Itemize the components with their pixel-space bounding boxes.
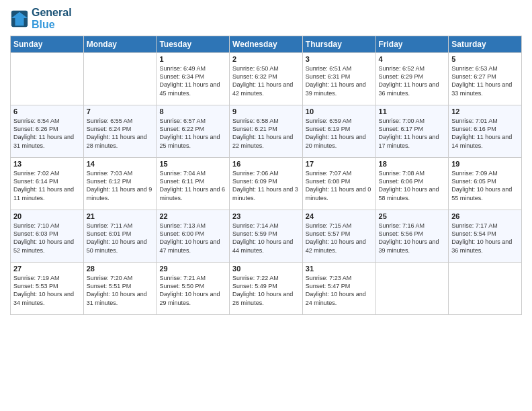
day-info: Sunrise: 6:58 AM Sunset: 6:21 PM Dayligh… (232, 117, 300, 150)
day-info: Sunrise: 7:15 AM Sunset: 5:57 PM Dayligh… (306, 222, 373, 255)
day-number: 4 (379, 55, 446, 63)
day-number: 9 (232, 107, 300, 116)
day-number: 8 (159, 107, 226, 116)
day-number: 3 (306, 55, 373, 63)
logo-text: General Blue (32, 7, 72, 30)
day-number: 12 (451, 107, 519, 116)
day-info: Sunrise: 7:08 AM Sunset: 6:06 PM Dayligh… (379, 169, 446, 202)
day-number: 27 (13, 265, 81, 273)
calendar-week-row: 1Sunrise: 6:49 AM Sunset: 6:34 PM Daylig… (11, 53, 522, 105)
weekday-header-row: SundayMondayTuesdayWednesdayThursdayFrid… (11, 36, 522, 53)
day-number: 22 (159, 212, 226, 220)
day-info: Sunrise: 7:07 AM Sunset: 6:08 PM Dayligh… (306, 169, 373, 202)
day-info: Sunrise: 7:13 AM Sunset: 6:00 PM Dayligh… (159, 222, 226, 255)
calendar-week-row: 13Sunrise: 7:02 AM Sunset: 6:14 PM Dayli… (11, 158, 522, 210)
day-number: 23 (232, 212, 300, 220)
calendar-cell: 15Sunrise: 7:04 AM Sunset: 6:11 PM Dayli… (157, 158, 230, 210)
day-number: 24 (306, 212, 373, 220)
weekday-header-monday: Monday (83, 36, 157, 53)
calendar-cell: 9Sunrise: 6:58 AM Sunset: 6:21 PM Daylig… (230, 105, 303, 158)
calendar-cell: 25Sunrise: 7:16 AM Sunset: 5:56 PM Dayli… (375, 210, 449, 263)
day-info: Sunrise: 7:21 AM Sunset: 5:50 PM Dayligh… (159, 274, 226, 307)
day-info: Sunrise: 7:23 AM Sunset: 5:47 PM Dayligh… (306, 274, 373, 307)
day-number: 5 (451, 55, 519, 63)
day-number: 16 (232, 160, 300, 168)
day-number: 31 (306, 265, 373, 273)
calendar-cell: 14Sunrise: 7:03 AM Sunset: 6:12 PM Dayli… (83, 158, 157, 210)
day-info: Sunrise: 7:06 AM Sunset: 6:09 PM Dayligh… (232, 169, 300, 202)
day-info: Sunrise: 7:01 AM Sunset: 6:16 PM Dayligh… (451, 117, 519, 150)
calendar-cell: 10Sunrise: 6:59 AM Sunset: 6:19 PM Dayli… (302, 105, 375, 158)
day-info: Sunrise: 6:55 AM Sunset: 6:24 PM Dayligh… (87, 117, 154, 150)
day-number: 7 (87, 107, 154, 116)
day-info: Sunrise: 6:57 AM Sunset: 6:22 PM Dayligh… (159, 117, 226, 150)
calendar-cell: 5Sunrise: 6:53 AM Sunset: 6:27 PM Daylig… (449, 53, 522, 105)
calendar-cell: 27Sunrise: 7:19 AM Sunset: 5:53 PM Dayli… (11, 263, 84, 315)
day-number: 10 (306, 107, 373, 116)
day-number: 1 (159, 55, 226, 63)
calendar-cell: 3Sunrise: 6:51 AM Sunset: 6:31 PM Daylig… (302, 53, 375, 105)
day-info: Sunrise: 7:16 AM Sunset: 5:56 PM Dayligh… (379, 222, 446, 255)
calendar-cell: 24Sunrise: 7:15 AM Sunset: 5:57 PM Dayli… (302, 210, 375, 263)
calendar-cell: 30Sunrise: 7:22 AM Sunset: 5:49 PM Dayli… (230, 263, 303, 315)
calendar-cell: 6Sunrise: 6:54 AM Sunset: 6:26 PM Daylig… (11, 105, 84, 158)
weekday-header-friday: Friday (375, 36, 449, 53)
day-number: 14 (87, 160, 154, 168)
day-number: 29 (159, 265, 226, 273)
day-info: Sunrise: 6:51 AM Sunset: 6:31 PM Dayligh… (306, 64, 373, 97)
calendar-cell (11, 53, 84, 105)
calendar-cell: 31Sunrise: 7:23 AM Sunset: 5:47 PM Dayli… (302, 263, 375, 315)
calendar-cell (375, 263, 449, 315)
day-number: 18 (379, 160, 446, 168)
weekday-header-sunday: Sunday (11, 36, 84, 53)
weekday-header-thursday: Thursday (302, 36, 375, 53)
day-info: Sunrise: 7:19 AM Sunset: 5:53 PM Dayligh… (13, 274, 81, 307)
day-number: 2 (232, 55, 300, 63)
day-info: Sunrise: 7:04 AM Sunset: 6:11 PM Dayligh… (159, 169, 226, 202)
day-info: Sunrise: 6:59 AM Sunset: 6:19 PM Dayligh… (306, 117, 373, 150)
calendar-cell: 21Sunrise: 7:11 AM Sunset: 6:01 PM Dayli… (83, 210, 157, 263)
day-info: Sunrise: 6:49 AM Sunset: 6:34 PM Dayligh… (159, 64, 226, 97)
page-container: General Blue SundayMondayTuesdayWednesda… (0, 0, 532, 411)
day-number: 11 (379, 107, 446, 116)
calendar-cell: 11Sunrise: 7:00 AM Sunset: 6:17 PM Dayli… (375, 105, 449, 158)
calendar-cell: 4Sunrise: 6:52 AM Sunset: 6:29 PM Daylig… (375, 53, 449, 105)
calendar-cell: 8Sunrise: 6:57 AM Sunset: 6:22 PM Daylig… (157, 105, 230, 158)
calendar-cell: 17Sunrise: 7:07 AM Sunset: 6:08 PM Dayli… (302, 158, 375, 210)
day-info: Sunrise: 6:52 AM Sunset: 6:29 PM Dayligh… (379, 64, 446, 97)
day-number: 25 (379, 212, 446, 220)
day-info: Sunrise: 7:10 AM Sunset: 6:03 PM Dayligh… (13, 222, 81, 255)
calendar-cell: 18Sunrise: 7:08 AM Sunset: 6:06 PM Dayli… (375, 158, 449, 210)
day-number: 19 (451, 160, 519, 168)
calendar-header: SundayMondayTuesdayWednesdayThursdayFrid… (11, 36, 522, 53)
calendar-cell: 28Sunrise: 7:20 AM Sunset: 5:51 PM Dayli… (83, 263, 157, 315)
weekday-header-tuesday: Tuesday (157, 36, 230, 53)
day-number: 6 (13, 107, 81, 116)
day-number: 28 (87, 265, 154, 273)
day-number: 26 (451, 212, 519, 220)
calendar-cell: 29Sunrise: 7:21 AM Sunset: 5:50 PM Dayli… (157, 263, 230, 315)
day-info: Sunrise: 6:53 AM Sunset: 6:27 PM Dayligh… (451, 64, 519, 97)
calendar-cell: 20Sunrise: 7:10 AM Sunset: 6:03 PM Dayli… (11, 210, 84, 263)
calendar-week-row: 27Sunrise: 7:19 AM Sunset: 5:53 PM Dayli… (11, 263, 522, 315)
day-info: Sunrise: 7:20 AM Sunset: 5:51 PM Dayligh… (87, 274, 154, 307)
day-info: Sunrise: 7:09 AM Sunset: 6:05 PM Dayligh… (451, 169, 519, 202)
calendar-cell: 16Sunrise: 7:06 AM Sunset: 6:09 PM Dayli… (230, 158, 303, 210)
calendar-cell (83, 53, 157, 105)
day-info: Sunrise: 7:14 AM Sunset: 5:59 PM Dayligh… (232, 222, 300, 255)
day-info: Sunrise: 6:54 AM Sunset: 6:26 PM Dayligh… (13, 117, 81, 150)
calendar-week-row: 6Sunrise: 6:54 AM Sunset: 6:26 PM Daylig… (11, 105, 522, 158)
day-number: 17 (306, 160, 373, 168)
day-number: 30 (232, 265, 300, 273)
day-info: Sunrise: 6:50 AM Sunset: 6:32 PM Dayligh… (232, 64, 300, 97)
day-info: Sunrise: 7:11 AM Sunset: 6:01 PM Dayligh… (87, 222, 154, 255)
calendar-week-row: 20Sunrise: 7:10 AM Sunset: 6:03 PM Dayli… (11, 210, 522, 263)
calendar-body: 1Sunrise: 6:49 AM Sunset: 6:34 PM Daylig… (11, 53, 522, 315)
calendar-cell: 19Sunrise: 7:09 AM Sunset: 6:05 PM Dayli… (449, 158, 522, 210)
weekday-header-saturday: Saturday (449, 36, 522, 53)
header: General Blue (10, 7, 522, 30)
weekday-header-wednesday: Wednesday (230, 36, 303, 53)
calendar-table: SundayMondayTuesdayWednesdayThursdayFrid… (10, 36, 522, 315)
day-info: Sunrise: 7:02 AM Sunset: 6:14 PM Dayligh… (13, 169, 81, 202)
day-number: 21 (87, 212, 154, 220)
